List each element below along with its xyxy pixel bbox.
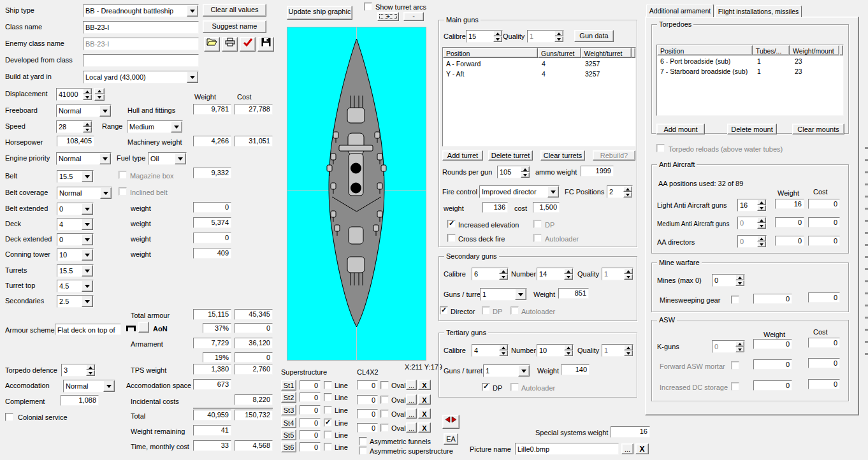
rounds-per-gun-stepper[interactable]: 105 [497, 166, 530, 178]
increased-dc-storage-checkbox[interactable] [731, 382, 739, 391]
col-position[interactable]: Position [657, 45, 753, 55]
enemy-class-name-input[interactable]: BB-23-I [83, 38, 199, 50]
ter-number-stepper[interactable]: 10 [537, 344, 574, 357]
sec-autoloader-checkbox[interactable] [510, 306, 519, 315]
spin-up-icon[interactable] [735, 275, 744, 280]
picture-name-input[interactable]: Lille0.bmp [515, 443, 619, 455]
validate-design-button[interactable] [240, 37, 256, 52]
st6-button[interactable]: St6 [281, 442, 296, 452]
fuel-type-select[interactable]: Oil [148, 152, 187, 165]
oval4-checkbox[interactable] [380, 424, 389, 432]
minesweeping-checkbox[interactable] [731, 296, 739, 304]
secondaries-select[interactable]: 2.5 [57, 295, 94, 308]
accomodation-select[interactable]: Normal [63, 380, 115, 392]
st5-button[interactable]: St5 [281, 429, 296, 440]
table-row[interactable]: 6 - Port broadside (sub)123 [657, 57, 843, 66]
st4-line-checkbox[interactable]: ✓ [324, 419, 332, 427]
table-row[interactable]: A - Forward43257 [443, 60, 635, 68]
oval1-browse-button[interactable]: ... [406, 380, 417, 390]
spin-down-icon[interactable] [757, 241, 766, 247]
chevron-down-icon[interactable] [187, 5, 198, 17]
colonial-service-checkbox[interactable] [5, 413, 13, 421]
spin-up-icon[interactable] [757, 236, 766, 241]
st1-button[interactable]: St1 [281, 380, 296, 391]
spin-down-icon[interactable] [83, 94, 92, 100]
main-autoloader-checkbox[interactable] [533, 234, 542, 242]
delete-mount-button[interactable]: Delete mount [727, 124, 777, 134]
spin-up-icon[interactable] [564, 268, 573, 274]
armour-scheme-input[interactable]: Flat deck on top of [55, 324, 121, 335]
main-quality-stepper[interactable]: 1 [527, 30, 564, 43]
spin-up-icon[interactable] [499, 345, 508, 350]
st3-button[interactable]: St3 [281, 405, 296, 415]
spin-up-icon[interactable] [757, 217, 766, 223]
spin-up-icon[interactable] [624, 345, 633, 350]
clear-turrets-button[interactable]: Clear turrets [540, 150, 585, 161]
chevron-down-icon[interactable] [82, 203, 93, 215]
oval3-delete-button[interactable]: X [418, 408, 431, 419]
oval3-checkbox[interactable] [380, 410, 389, 418]
spin-down-icon[interactable] [554, 36, 563, 42]
spin-down-icon[interactable] [83, 127, 92, 133]
sec-quality-stepper[interactable]: 1 [602, 268, 633, 280]
main-calibre-stepper[interactable]: 15 [466, 30, 503, 43]
spin-up-icon[interactable] [564, 345, 573, 350]
oval2-delete-button[interactable]: X [418, 394, 431, 405]
fc-positions-stepper[interactable]: 2 [607, 185, 633, 198]
main-guns-table-header[interactable]: PositionGuns/turretWeight/turret [443, 48, 635, 58]
ter-calibre-stepper[interactable]: 4 [472, 344, 509, 357]
spin-up-icon[interactable] [86, 364, 95, 370]
ea-button[interactable]: EA [444, 433, 458, 445]
spin-up-icon[interactable] [554, 31, 563, 36]
table-row[interactable]: Y - Aft43257 [443, 70, 635, 78]
save-button[interactable] [257, 37, 274, 52]
light-aa-stepper[interactable]: 16 [737, 199, 767, 212]
spin-down-icon[interactable] [499, 350, 508, 356]
asymmetric-funnels-checkbox[interactable] [359, 437, 367, 445]
add-mount-button[interactable]: Add mount [656, 124, 705, 134]
spin-up-icon[interactable] [493, 31, 502, 36]
spin-down-icon[interactable] [735, 280, 744, 286]
ter-dp-checkbox[interactable]: ✓ [482, 383, 490, 391]
spin-down-icon[interactable] [564, 350, 573, 356]
asymmetric-superstructure-checkbox[interactable] [359, 447, 367, 455]
class-name-input[interactable]: BB-23-I [83, 21, 199, 34]
freeboard-select[interactable]: Normal [56, 104, 112, 117]
spin-down-icon[interactable] [493, 36, 502, 42]
displacement-coarse-stepper[interactable] [94, 88, 105, 101]
sec-number-stepper[interactable]: 14 [537, 268, 574, 280]
spin-up-icon[interactable] [499, 268, 508, 274]
table-row[interactable]: 7 - Starboard broadside (sub)123 [657, 68, 843, 76]
kguns-stepper[interactable]: 0 [712, 340, 745, 353]
range-select[interactable]: Medium [127, 120, 183, 133]
spin-up-icon[interactable] [83, 121, 92, 127]
main-guns-table[interactable]: PositionGuns/turretWeight/turret A - For… [442, 47, 636, 147]
flip-ship-button[interactable] [442, 415, 459, 429]
medium-aa-stepper[interactable]: 0 [737, 217, 767, 229]
chevron-down-icon[interactable] [82, 280, 93, 292]
increased-elevation-checkbox[interactable]: ✓ [447, 220, 456, 228]
col-guns-per-turret[interactable]: Guns/turret [538, 48, 581, 58]
add-turret-button[interactable]: Add turret [442, 150, 483, 161]
belt-coverage-select[interactable]: Normal [57, 187, 112, 199]
zoom-in-button[interactable]: + [377, 12, 399, 21]
conning-tower-select[interactable]: 10 [57, 248, 94, 261]
cross-deck-fire-checkbox[interactable] [447, 234, 456, 242]
sec-dp-checkbox[interactable] [482, 306, 490, 315]
zoom-out-button[interactable]: - [403, 12, 424, 21]
ter-guns-per-turret-select[interactable]: 1 [483, 364, 530, 377]
spin-up-icon[interactable] [757, 199, 766, 205]
oval4-delete-button[interactable]: X [418, 422, 431, 433]
clear-mounts-button[interactable]: Clear mounts [792, 124, 844, 134]
st3-line-checkbox[interactable] [324, 406, 332, 414]
turrets-select[interactable]: 15.5 [57, 264, 94, 277]
spin-down-icon[interactable] [86, 370, 95, 376]
st5-line-checkbox[interactable] [324, 431, 332, 439]
spin-up-icon[interactable] [623, 186, 632, 192]
sec-calibre-stepper[interactable]: 6 [472, 268, 509, 280]
build-yard-select[interactable]: Local yard (43,000) [83, 71, 199, 83]
ter-autoloader-checkbox[interactable] [510, 383, 519, 391]
ship-graphic-canvas[interactable] [287, 27, 426, 361]
chevron-down-icon[interactable] [82, 219, 93, 230]
spin-down-icon[interactable] [624, 274, 633, 280]
